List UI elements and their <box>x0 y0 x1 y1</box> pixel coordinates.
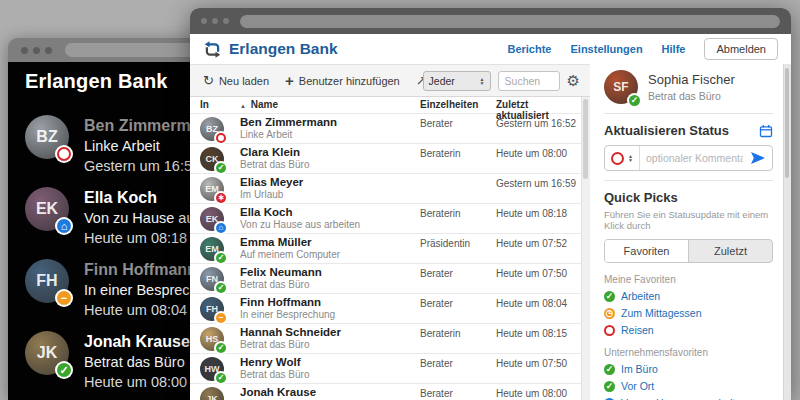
status-house-icon: ⌂ <box>57 219 71 233</box>
window-dot-icon <box>21 47 28 54</box>
tab-favoriten[interactable]: Favoriten <box>605 240 689 262</box>
cell-name: Henry WolfBetrat das Büro <box>240 356 420 381</box>
status-check-icon: ✓ <box>216 343 226 353</box>
status-select[interactable]: ▲▼ <box>605 146 640 170</box>
table-row[interactable]: FN✓Felix NeumannBetrat das BüroBeraterHe… <box>190 263 581 293</box>
person-name: Finn Hoffmann <box>240 296 420 309</box>
cell-updated: Heute um 08:00 <box>496 384 581 399</box>
divider <box>604 180 773 181</box>
person-name: Henry Wolf <box>240 356 420 369</box>
quick-pick-label: Reisen <box>621 324 654 336</box>
cell-updated: Heute um 08:15 <box>496 324 581 339</box>
avatar: JK✓ <box>200 387 224 400</box>
table-row[interactable]: JK✓Jonah KrauseBetrat das BüroBeraterHeu… <box>190 383 581 400</box>
status-check-icon: ✓ <box>629 95 640 106</box>
cell-presence: EM∗ <box>200 177 240 201</box>
window-scrollbar-thumb[interactable] <box>785 68 789 178</box>
cell-presence: HW✓ <box>200 357 240 381</box>
table-row[interactable]: EK⌂Ella KochVon zu Hause aus arbeitenBer… <box>190 203 581 233</box>
cell-presence: EK⌂ <box>200 207 240 231</box>
quick-picks-tabs: FavoritenZuletzt <box>604 239 773 263</box>
quick-pick-item[interactable]: ✓Vor Ort <box>604 380 773 392</box>
cell-name: Elias MeyerIm Urlaub <box>240 176 420 201</box>
person-name: Hannah Schneider <box>240 326 420 339</box>
status-composer: ▲▼ <box>604 145 773 171</box>
search-input[interactable] <box>498 71 560 91</box>
table-row[interactable]: FH−Finn HoffmannIn einer BesprechungBera… <box>190 293 581 323</box>
divider <box>604 113 773 114</box>
table-row[interactable]: HS✓Hannah SchneiderBetrat das BüroBerate… <box>190 323 581 353</box>
cell-details: Präsidentin <box>420 234 496 249</box>
table-header: In ▲ Name Einzelheiten Zuletzt aktualisi… <box>190 97 581 113</box>
status-ring-red-icon <box>216 133 226 143</box>
quick-pick-item[interactable]: ✓Im Büro <box>604 363 773 375</box>
person-status: Betrat das Büro <box>84 352 190 372</box>
logout-button[interactable]: Abmelden <box>704 38 778 60</box>
status-minus-icon: − <box>216 313 226 323</box>
table-row[interactable]: BZBen ZimmermannLinke ArbeitBeraterGeste… <box>190 113 581 143</box>
person-name: Emma Müller <box>240 236 420 249</box>
status-check-icon: ✓ <box>216 373 226 383</box>
window-dot-icon <box>33 47 40 54</box>
cell-details <box>420 174 496 178</box>
person-status: Betrat das Büro <box>240 159 420 171</box>
avatar: EM✓ <box>200 237 224 261</box>
table-row[interactable]: HW✓Henry WolfBetrat das BüroBeraterHeute… <box>190 353 581 383</box>
status-check-icon: ✓ <box>604 381 615 392</box>
avatar: EM∗ <box>200 177 224 201</box>
nav-link-einstellungen[interactable]: Einstellungen <box>570 43 642 55</box>
cell-presence: EM✓ <box>200 237 240 261</box>
avatar: JK✓ <box>25 331 69 375</box>
calendar-icon[interactable] <box>759 124 773 138</box>
window-scrollbar[interactable] <box>783 64 791 400</box>
person-status: Linke Arbeit <box>240 129 420 141</box>
person-name: Ella Koch <box>240 206 420 219</box>
nav-link-berichte[interactable]: Berichte <box>507 43 551 55</box>
quick-pick-item[interactable]: Reisen <box>604 324 773 336</box>
avatar: CK✓ <box>200 147 224 171</box>
status-ring-red-icon <box>604 325 615 336</box>
person-status: Von zu Hause aus arbeiten <box>240 219 420 231</box>
reload-button[interactable]: ↻ Neu laden <box>203 74 269 87</box>
brand-name: Erlangen Bank <box>229 40 338 58</box>
avatar: EK⌂ <box>200 207 224 231</box>
cell-presence: FH− <box>200 297 240 321</box>
filter-value: Jeder <box>429 75 455 87</box>
person-name: Elias Meyer <box>240 176 420 189</box>
add-user-button[interactable]: + Benutzer hinzufügen <box>285 73 400 88</box>
cell-details: Berater <box>420 294 496 309</box>
quick-picks-group-label: Meine Favoriten <box>604 274 773 285</box>
plus-icon: + <box>285 73 294 88</box>
cell-name: Felix NeumannBetrat das Büro <box>240 266 420 291</box>
reload-label: Neu laden <box>219 75 269 87</box>
cell-details: Berater <box>420 264 496 279</box>
comment-input[interactable] <box>640 152 749 164</box>
cell-name: Ella KochVon zu Hause aus arbeiten <box>240 206 420 231</box>
main-window: Erlangen Bank Berichte Einstellungen Hil… <box>190 8 791 400</box>
quick-pick-item[interactable]: ◷Zum Mittagessen <box>604 307 773 319</box>
gear-icon[interactable]: ⚙ <box>567 73 580 88</box>
table-row[interactable]: EM✓Emma MüllerAuf meinem ComputerPräside… <box>190 233 581 263</box>
table-scrollbar[interactable] <box>581 97 590 400</box>
table-row[interactable]: EM∗Elias MeyerIm UrlaubGestern um 16:59 <box>190 173 581 203</box>
send-icon[interactable] <box>751 152 765 164</box>
filter-select[interactable]: Jeder ▲▼ <box>423 71 491 91</box>
current-user-status: Betrat das Büro <box>648 90 735 102</box>
cell-details: Berater <box>420 114 496 129</box>
cell-presence: BZ <box>200 117 240 141</box>
tab-zuletzt[interactable]: Zuletzt <box>689 240 772 262</box>
avatar: BZ <box>25 115 69 159</box>
nav-link-hilfe[interactable]: Hilfe <box>662 43 686 55</box>
status-star-icon: ∗ <box>216 193 226 203</box>
col-header-name-label: Name <box>251 99 278 110</box>
table-scrollbar-thumb[interactable] <box>583 99 588 179</box>
avatar: FH− <box>25 259 69 303</box>
person-status: Betrat das Büro <box>240 369 420 381</box>
current-user-name: Sophia Fischer <box>648 72 735 87</box>
table-row[interactable]: CK✓Clara KleinBetrat das BüroBeraterinHe… <box>190 143 581 173</box>
status-check-icon: ✓ <box>604 364 615 375</box>
status-check-icon: ✓ <box>216 283 226 293</box>
window-dot-icon <box>45 47 52 54</box>
quick-pick-item[interactable]: ✓Arbeiten <box>604 290 773 302</box>
update-status-header: Aktualisieren Status <box>604 123 773 138</box>
